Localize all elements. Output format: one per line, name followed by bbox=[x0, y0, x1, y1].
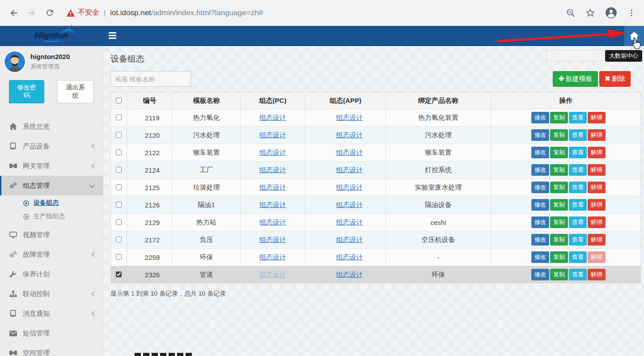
sidebar-subitem-production-line-configuration[interactable]: 生产线组态 bbox=[0, 210, 103, 223]
reload-button[interactable] bbox=[42, 5, 57, 21]
zoom-out-icon[interactable] bbox=[566, 8, 576, 18]
row-checkbox[interactable] bbox=[116, 219, 122, 225]
sidebar-item-maintenance-plan[interactable]: 保养计划 bbox=[0, 264, 103, 284]
sidebar-item-gateway-management[interactable]: 网关管理 bbox=[0, 156, 103, 176]
new-template-button[interactable]: ✚新建模板 bbox=[553, 71, 598, 87]
unbind-button[interactable]: 解绑 bbox=[588, 251, 606, 263]
unbind-button[interactable]: 解绑 bbox=[588, 147, 606, 158]
app-design-link[interactable]: 组态设计 bbox=[336, 166, 363, 174]
edit-button[interactable]: 修改 bbox=[531, 199, 549, 211]
edit-button[interactable]: 修改 bbox=[531, 251, 549, 263]
app-design-link[interactable]: 组态设计 bbox=[336, 114, 363, 121]
browser-menu-icon[interactable] bbox=[627, 8, 636, 18]
home-tooltip: 大数据中心 bbox=[605, 50, 642, 62]
unbind-button[interactable]: 解绑 bbox=[588, 269, 606, 280]
select-all-checkbox[interactable] bbox=[116, 97, 122, 103]
app-design-link[interactable]: 组态设计 bbox=[336, 271, 363, 278]
unbind-button[interactable]: 解绑 bbox=[588, 216, 606, 228]
edit-button[interactable]: 修改 bbox=[531, 112, 549, 123]
sidebar-subitem-device-configuration[interactable]: 设备组态 bbox=[0, 196, 103, 210]
edit-button[interactable]: 修改 bbox=[531, 216, 549, 228]
edit-button[interactable]: 修改 bbox=[531, 234, 549, 246]
pc-design-link[interactable]: 组态设计 bbox=[259, 131, 286, 139]
back-button[interactable] bbox=[6, 5, 21, 21]
row-checkbox[interactable] bbox=[116, 237, 122, 242]
address-bar[interactable]: 不安全 | iot.idosp.net/admin/index.html?lan… bbox=[66, 8, 566, 17]
sidebar-item-system-overview[interactable]: 系统总览 bbox=[0, 117, 103, 136]
unbind-button[interactable]: 解绑 bbox=[588, 234, 606, 246]
unbind-button[interactable]: 解绑 bbox=[588, 199, 606, 211]
edit-button[interactable]: 修改 bbox=[531, 129, 549, 141]
row-checkbox[interactable] bbox=[116, 254, 122, 260]
pc-design-link[interactable]: 组态设计 bbox=[259, 253, 286, 261]
pc-design-link[interactable]: 组态设计 bbox=[259, 218, 286, 226]
row-checkbox[interactable] bbox=[116, 202, 122, 208]
row-checkbox[interactable] bbox=[116, 271, 122, 277]
copy-button[interactable]: 复制 bbox=[550, 129, 568, 141]
home-button[interactable] bbox=[624, 26, 644, 46]
app-design-link[interactable]: 组态设计 bbox=[336, 131, 363, 139]
edit-button[interactable]: 修改 bbox=[531, 182, 549, 193]
pc-design-link[interactable]: 组态设计 bbox=[259, 201, 286, 208]
unbind-button[interactable]: 解绑 bbox=[588, 164, 606, 176]
row-checkbox[interactable] bbox=[116, 167, 122, 173]
unbind-button[interactable]: 解绑 bbox=[588, 112, 606, 123]
sidebar-item-message-notification[interactable]: 消息通知 bbox=[0, 304, 103, 323]
change-password-button[interactable]: 修改密码 bbox=[9, 80, 44, 103]
copy-button[interactable]: 复制 bbox=[550, 164, 568, 176]
logout-button[interactable]: 退出系统 bbox=[57, 80, 94, 103]
pc-design-link[interactable]: 组态设计 bbox=[259, 114, 286, 121]
view-button[interactable]: 查看 bbox=[569, 129, 587, 141]
pc-design-link[interactable]: 组态设计 bbox=[259, 166, 286, 174]
row-checkbox[interactable] bbox=[116, 184, 122, 190]
copy-button[interactable]: 复制 bbox=[550, 216, 568, 228]
bookmark-star-icon[interactable] bbox=[585, 8, 595, 18]
app-design-link[interactable]: 组态设计 bbox=[336, 236, 363, 243]
view-button[interactable]: 查看 bbox=[569, 234, 587, 246]
delete-button[interactable]: ✖删除 bbox=[599, 71, 631, 87]
copy-button[interactable]: 复制 bbox=[550, 234, 568, 246]
template-search-input[interactable] bbox=[110, 71, 191, 87]
view-button[interactable]: 查看 bbox=[569, 216, 587, 228]
row-checkbox[interactable] bbox=[116, 132, 122, 138]
pc-design-link[interactable]: 组态设计 bbox=[259, 183, 286, 191]
app-design-link[interactable]: 组态设计 bbox=[336, 183, 363, 191]
sidebar-item-fault-management[interactable]: 故障管理 bbox=[0, 245, 103, 264]
copy-button[interactable]: 复制 bbox=[550, 269, 568, 280]
sidebar-item-space-management[interactable]: 空间管理 bbox=[0, 343, 103, 356]
unbind-button[interactable]: 解绑 bbox=[588, 129, 606, 141]
copy-button[interactable]: 复制 bbox=[550, 147, 568, 158]
view-button[interactable]: 查看 bbox=[569, 147, 587, 158]
view-button[interactable]: 查看 bbox=[569, 251, 587, 263]
edit-button[interactable]: 修改 bbox=[531, 269, 549, 280]
view-button[interactable]: 查看 bbox=[569, 269, 587, 280]
app-design-link[interactable]: 组态设计 bbox=[336, 253, 363, 261]
row-checkbox[interactable] bbox=[116, 114, 122, 120]
copy-button[interactable]: 复制 bbox=[550, 199, 568, 211]
sidebar-item-product-devices[interactable]: 产品设备 bbox=[0, 136, 103, 156]
app-design-link[interactable]: 组态设计 bbox=[336, 201, 363, 208]
sidebar-item-configuration-management[interactable]: 组态管理 bbox=[0, 176, 103, 195]
view-button[interactable]: 查看 bbox=[569, 112, 587, 123]
copy-button[interactable]: 复制 bbox=[550, 112, 568, 123]
edit-button[interactable]: 修改 bbox=[531, 147, 549, 158]
pc-design-link[interactable]: 组态设计 bbox=[259, 236, 286, 243]
app-design-link[interactable]: 组态设计 bbox=[336, 148, 363, 156]
view-button[interactable]: 查看 bbox=[569, 164, 587, 176]
view-button[interactable]: 查看 bbox=[569, 199, 587, 211]
edit-button[interactable]: 修改 bbox=[531, 164, 549, 176]
sidebar-item-linkage-control[interactable]: 联动控制 bbox=[0, 284, 103, 304]
profile-avatar-icon[interactable] bbox=[605, 7, 617, 19]
pc-design-link[interactable]: 组态设计 bbox=[259, 148, 286, 156]
view-button[interactable]: 查看 bbox=[569, 182, 587, 193]
sidebar-item-sms-management[interactable]: 短信管理 bbox=[0, 323, 103, 343]
copy-button[interactable]: 复制 bbox=[550, 251, 568, 263]
unbind-button[interactable]: 解绑 bbox=[588, 182, 606, 193]
forward-button[interactable] bbox=[24, 5, 39, 21]
copy-button[interactable]: 复制 bbox=[550, 182, 568, 193]
sidebar-item-video-management[interactable]: 视频管理 bbox=[0, 225, 103, 245]
sidebar-toggle-icon[interactable] bbox=[109, 32, 116, 39]
pc-design-link[interactable]: 组态设计 bbox=[259, 271, 286, 278]
row-checkbox[interactable] bbox=[116, 149, 122, 155]
app-design-link[interactable]: 组态设计 bbox=[336, 218, 363, 226]
